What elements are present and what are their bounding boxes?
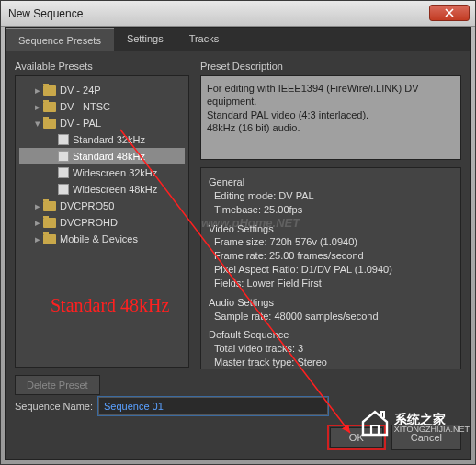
tree-preset-wide32[interactable]: Widescreen 32kHz	[19, 164, 185, 181]
info-line: Pixel Aspect Ratio: D1/DV PAL (1.0940)	[209, 263, 453, 277]
tree-preset-std32[interactable]: Standard 32kHz	[19, 131, 185, 148]
window-title: New Sequence	[8, 7, 83, 20]
tree-preset-std48[interactable]: Standard 48kHz	[19, 148, 185, 164]
preset-icon	[58, 134, 69, 145]
folder-icon	[43, 201, 56, 211]
tree-folder-dvcprohd[interactable]: ▸DVCPROHD	[19, 214, 185, 231]
content-area: Available Presets ▸DV - 24P ▸DV - NTSC ▾…	[6, 51, 470, 404]
tree-label: Standard 32kHz	[73, 134, 145, 145]
delete-preset-button[interactable]: Delete Preset	[15, 375, 100, 395]
preset-description-panel: Preset Description For editing with IEEE…	[200, 61, 461, 395]
section-heading: Default Sequence	[209, 328, 453, 342]
sequence-name-input[interactable]	[98, 397, 328, 415]
branding-logo: 系统之家 XITONGZHIJIA.NET	[359, 409, 470, 437]
info-line: Master track type: Stereo	[209, 356, 453, 369]
tree-folder-mobile[interactable]: ▸Mobile & Devices	[19, 231, 185, 247]
branding-cn: 系统之家	[394, 413, 470, 425]
section-heading: Video Settings	[209, 222, 453, 236]
tree-label: Mobile & Devices	[60, 233, 138, 244]
folder-icon	[43, 218, 56, 228]
chevron-down-icon: ▾	[32, 118, 43, 130]
tree-folder-dvntsc[interactable]: ▸DV - NTSC	[19, 98, 185, 115]
chevron-right-icon: ▸	[32, 217, 43, 229]
tab-tracks[interactable]: Tracks	[176, 28, 232, 51]
tab-bar: Sequence Presets Settings Tracks	[6, 28, 470, 51]
tree-label: DV - PAL	[60, 118, 101, 129]
tree-label: DV - NTSC	[60, 101, 110, 112]
tree-folder-dvcpro50[interactable]: ▸DVCPRO50	[19, 198, 185, 214]
info-line: Frame size: 720h 576v (1.0940)	[209, 235, 453, 249]
branding-text: 系统之家 XITONGZHIJIA.NET	[394, 413, 470, 434]
tab-sequence-presets[interactable]: Sequence Presets	[6, 28, 114, 51]
folder-icon	[43, 85, 56, 96]
section-heading: Audio Settings	[209, 296, 453, 310]
delete-row: Delete Preset	[15, 375, 189, 395]
preset-icon	[58, 184, 69, 195]
section-heading: General	[209, 176, 453, 189]
sequence-name-label: Sequence Name:	[15, 401, 93, 412]
tree-label: Widescreen 48kHz	[73, 184, 157, 195]
tab-settings[interactable]: Settings	[114, 28, 176, 51]
folder-icon	[43, 119, 56, 129]
preset-tree[interactable]: ▸DV - 24P ▸DV - NTSC ▾DV - PAL Standard …	[15, 75, 189, 368]
tree-folder-dvpal[interactable]: ▾DV - PAL	[19, 115, 185, 131]
house-icon	[359, 409, 391, 437]
preset-description-label: Preset Description	[200, 61, 461, 72]
available-presets-label: Available Presets	[15, 61, 189, 72]
info-line: Fields: Lower Field First	[209, 277, 453, 290]
tree-label: Widescreen 32kHz	[73, 167, 157, 178]
tree-label: DV - 24P	[60, 85, 101, 96]
info-line: Total video tracks: 3	[209, 342, 453, 356]
tree-folder-dv24p[interactable]: ▸DV - 24P	[19, 82, 185, 98]
general-section: General Editing mode: DV PAL Timebase: 2…	[209, 176, 453, 217]
info-line: Editing mode: DV PAL	[209, 189, 453, 203]
new-sequence-window: New Sequence Sequence Presets Settings T…	[0, 0, 476, 465]
close-button[interactable]	[429, 5, 470, 21]
info-line: Timebase: 25.00fps	[209, 203, 453, 217]
branding-en: XITONGZHIJIA.NET	[394, 425, 470, 434]
tree-label: Standard 48kHz	[73, 151, 145, 162]
close-icon	[445, 8, 454, 17]
video-section: Video Settings Frame size: 720h 576v (1.…	[209, 222, 453, 290]
desc-line: Standard PAL video (4:3 interlaced).	[207, 108, 455, 121]
titlebar: New Sequence	[1, 1, 475, 27]
preset-icon	[58, 151, 69, 162]
chevron-right-icon: ▸	[32, 85, 43, 96]
desc-line: For editing with IEEE1394 (FireWire/i.LI…	[207, 82, 455, 108]
default-sequence-section: Default Sequence Total video tracks: 3 M…	[209, 328, 453, 369]
folder-icon	[43, 102, 56, 112]
tree-label: DVCPROHD	[60, 217, 118, 228]
tree-label: DVCPRO50	[60, 200, 114, 211]
tree-preset-wide48[interactable]: Widescreen 48kHz	[19, 181, 185, 198]
description-box: For editing with IEEE1394 (FireWire/i.LI…	[200, 75, 461, 160]
chevron-right-icon: ▸	[32, 101, 43, 113]
chevron-right-icon: ▸	[32, 233, 43, 245]
chevron-right-icon: ▸	[32, 200, 43, 212]
dialog-body: Sequence Presets Settings Tracks Availab…	[5, 27, 471, 460]
folder-icon	[43, 234, 56, 244]
info-line: Frame rate: 25.00 frames/second	[209, 249, 453, 263]
audio-section: Audio Settings Sample rate: 48000 sample…	[209, 296, 453, 323]
info-line: Sample rate: 48000 samples/second	[209, 310, 453, 323]
info-box: General Editing mode: DV PAL Timebase: 2…	[200, 167, 461, 369]
preset-icon	[58, 167, 69, 178]
desc-line: 48kHz (16 bit) audio.	[207, 121, 455, 134]
available-presets-panel: Available Presets ▸DV - 24P ▸DV - NTSC ▾…	[15, 61, 189, 395]
